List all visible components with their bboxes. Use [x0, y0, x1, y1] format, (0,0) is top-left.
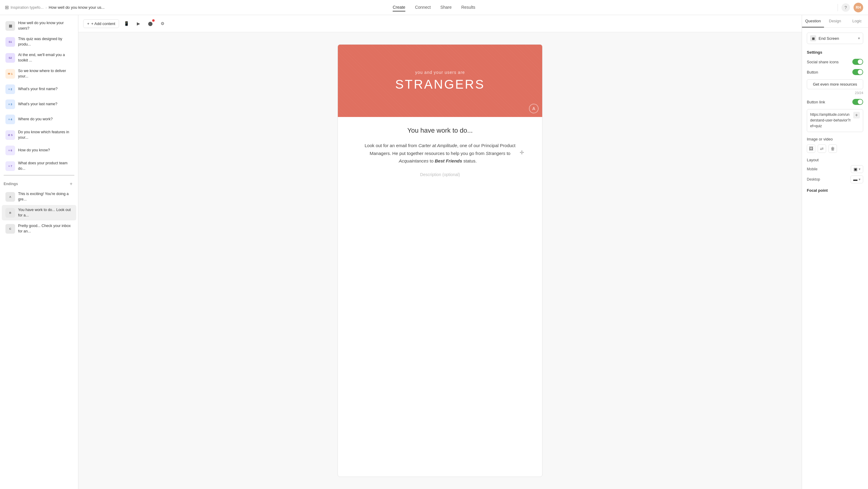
sidebar-item-text-q6: How do you know?: [18, 148, 50, 153]
sidebar-item-s2[interactable]: S2 At the end, we'll email you a toolkit…: [2, 50, 76, 65]
settings-title: Settings: [807, 50, 863, 55]
top-nav: ⊞ Inspiration typefo... › How well do yo…: [0, 0, 868, 15]
end-screen-logo: A: [529, 104, 538, 113]
app-icon: ⊞: [5, 4, 9, 10]
help-button[interactable]: ?: [841, 3, 850, 12]
focal-point-label: Focal point: [807, 188, 863, 193]
desktop-layout-select[interactable]: ▬ ▾: [850, 176, 863, 183]
mobile-layout-row: Mobile ▣ ▾: [807, 165, 863, 173]
sidebar-icon-q5: ⊘ 5: [5, 130, 15, 140]
layout-title: Layout: [807, 158, 863, 162]
canvas-body[interactable]: Look out for an email from Carter at Amp…: [356, 142, 524, 165]
button-link-label: Button link: [807, 100, 825, 104]
desktop-label: Desktop: [807, 177, 820, 182]
sidebar-item-title[interactable]: ▦ How well do you know your users?: [2, 18, 76, 33]
nav-breadcrumb[interactable]: Inspiration typefo...: [10, 5, 44, 10]
image-video-label: Image or video: [807, 137, 863, 142]
sidebar-icon-s1: S1: [5, 37, 15, 47]
sidebar-icon-q2: ≡ 2: [5, 84, 15, 94]
sidebar-icon-q3: ≡ 3: [5, 99, 15, 109]
sidebar-item-q7[interactable]: ≡ 7 What does your product team do...: [2, 158, 76, 174]
canvas-heading[interactable]: You have work to do...: [356, 127, 524, 134]
nav-separator: ›: [45, 5, 47, 10]
sidebar-icon-ending-a: A: [5, 192, 15, 202]
tab-design[interactable]: Design: [824, 15, 846, 27]
sidebar-icon-ending-b: B: [5, 208, 15, 218]
sidebar-item-s1[interactable]: S1 This quiz was designed by produ...: [2, 34, 76, 50]
sidebar-icon-q6: ≡ 6: [5, 146, 15, 155]
chevron-down-icon: ▾: [858, 36, 860, 40]
tab-connect[interactable]: Connect: [415, 4, 431, 11]
sidebar-item-q5[interactable]: ⊘ 5 Do you know which features in your..…: [2, 127, 76, 143]
play-button[interactable]: ▶: [133, 19, 143, 28]
sidebar-ending-a[interactable]: A This is exciting! You're doing a gre..…: [2, 189, 76, 205]
sidebar-item-text-q1: So we know where to deliver your...: [18, 68, 73, 79]
sidebar-icon-s2: S2: [5, 53, 15, 63]
image-delete-button[interactable]: 🗑: [829, 145, 837, 153]
settings-button[interactable]: ⚙: [158, 19, 167, 28]
tab-logic[interactable]: Logic: [846, 15, 868, 27]
image-swap-button[interactable]: ⇄: [818, 145, 826, 153]
sidebar-item-text-q3: What's your last name?: [18, 101, 57, 107]
tab-share[interactable]: Share: [440, 4, 452, 11]
add-ending-button[interactable]: +: [68, 181, 74, 187]
panel-tabs: Question Design Logic: [802, 15, 868, 28]
sidebar-item-q3[interactable]: ≡ 3 What's your last name?: [2, 97, 76, 112]
char-count: 23/24: [807, 91, 863, 95]
canvas-content: You have work to do... Look out for an e…: [338, 117, 542, 187]
sidebar: ▦ How well do you know your users? S1 Th…: [0, 15, 79, 489]
sidebar-item-text-ending-c: Pretty good... Check your inbox for an..…: [18, 223, 73, 234]
add-content-button[interactable]: + + Add content: [83, 19, 119, 28]
avatar[interactable]: RH: [854, 3, 863, 12]
sidebar-icon-title: ▦: [5, 21, 15, 31]
nav-tabs: Create Connect Share Results: [393, 4, 475, 11]
url-add-button[interactable]: +: [853, 112, 860, 119]
endings-section-header: Endings +: [0, 178, 78, 188]
sidebar-item-text-ending-a: This is exciting! You're doing a gre...: [18, 191, 73, 202]
sidebar-item-text-q2: What's your first name?: [18, 87, 58, 92]
button-preview[interactable]: Get even more resources: [807, 79, 863, 89]
sidebar-item-q4[interactable]: ≡ 4 Where do you work?: [2, 112, 76, 127]
end-screen-image: you and your users are STRANGERS A: [338, 44, 542, 117]
image-upload-button[interactable]: 🖼: [807, 145, 815, 153]
mobile-layout-chevron: ▾: [859, 167, 861, 171]
panel-body: ▦ End Screen ▾ Settings Social share ico…: [802, 28, 868, 197]
sidebar-ending-b[interactable]: B You have work to do... Look out for a.…: [2, 205, 76, 220]
dropdown-label: End Screen: [818, 36, 856, 41]
sidebar-item-q1[interactable]: ✉ 1 So we know where to deliver your...: [2, 66, 76, 82]
sidebar-ending-c[interactable]: C Pretty good... Check your inbox for an…: [2, 221, 76, 236]
social-share-toggle[interactable]: [852, 59, 863, 65]
canvas-scroll: you and your users are STRANGERS A You h…: [79, 32, 802, 489]
button-link-toggle[interactable]: [852, 99, 863, 105]
tab-create[interactable]: Create: [393, 4, 405, 11]
button-toggle[interactable]: [852, 69, 863, 75]
sidebar-item-text-q7: What does your product team do...: [18, 161, 73, 171]
sidebar-item-text-q5: Do you know which features in your...: [18, 130, 73, 140]
record-button-container: ⬤: [146, 19, 155, 28]
end-screen-dropdown[interactable]: ▦ End Screen ▾: [807, 33, 863, 44]
sidebar-item-text-title: How well do you know your users?: [18, 21, 73, 31]
question-list: ▦ How well do you know your users? S1 Th…: [0, 15, 78, 489]
canvas-placeholder[interactable]: Description (optional): [356, 172, 524, 177]
mobile-preview-button[interactable]: 📱: [121, 19, 131, 28]
url-text[interactable]: https://amplitude.com/understand-user-be…: [810, 112, 851, 129]
sidebar-item-text-s1: This quiz was designed by produ...: [18, 36, 73, 47]
endings-label: Endings: [4, 182, 18, 186]
tab-question[interactable]: Question: [802, 15, 824, 27]
nav-right: ? RH: [838, 3, 863, 12]
sidebar-icon-q4: ≡ 4: [5, 115, 15, 124]
social-share-label: Social share icons: [807, 60, 839, 64]
desktop-layout-row: Desktop ▬ ▾: [807, 176, 863, 183]
canvas-card: you and your users are STRANGERS A You h…: [338, 44, 542, 477]
desktop-layout-icon: ▬: [853, 177, 858, 182]
mobile-layout-select[interactable]: ▣ ▾: [851, 165, 863, 173]
sidebar-item-q2[interactable]: ≡ 2 What's your first name?: [2, 82, 76, 96]
sidebar-icon-q1: ✉ 1: [5, 69, 15, 79]
crosshair-icon: ✛: [520, 148, 524, 157]
button-label: Button: [807, 70, 818, 74]
sidebar-item-q6[interactable]: ≡ 6 How do you know?: [2, 143, 76, 158]
tab-results[interactable]: Results: [461, 4, 475, 11]
mobile-layout-icon: ▣: [854, 167, 858, 172]
scroll-indicator: [4, 175, 74, 176]
sidebar-item-text-s2: At the end, we'll email you a toolkit ..…: [18, 53, 73, 63]
